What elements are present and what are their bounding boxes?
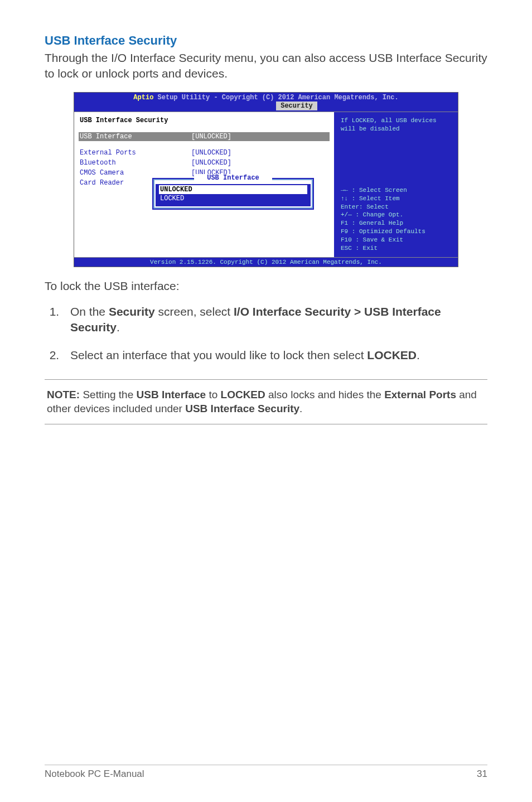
bios-popup-title: USB Interface <box>194 174 272 182</box>
bios-screenshot: Aptio Setup Utility - Copyright (C) 2012… <box>74 92 458 267</box>
steps-list: On the Security screen, select I/O Inter… <box>45 304 487 364</box>
bios-left-title: USB Interface Security <box>80 117 328 124</box>
step-item: On the Security screen, select I/O Inter… <box>62 304 487 336</box>
note-bold: External Ports <box>384 389 456 400</box>
note-label: NOTE: <box>47 389 80 400</box>
bios-item-label: External Ports <box>80 149 191 157</box>
bios-item-label: Bluetooth <box>80 159 191 167</box>
bios-help-line: →← : Select Screen <box>341 186 452 195</box>
bios-right-hint: If LOCKED, all USB devices will be disab… <box>341 117 452 133</box>
bios-tab-security[interactable]: Security <box>276 102 317 110</box>
bios-item-value: [UNLOCKED] <box>191 159 231 167</box>
step-text: . <box>117 321 120 334</box>
footer-page-number: 31 <box>477 769 487 780</box>
bios-item-label: CMOS Camera <box>80 169 191 177</box>
bios-row[interactable]: Bluetooth [UNLOCKED] <box>80 159 328 167</box>
bios-row[interactable]: External Ports [UNLOCKED] <box>80 149 328 157</box>
bios-help-line: F10 : Save & Exit <box>341 236 452 244</box>
bios-popup: USB Interface UNLOCKED LOCKED <box>152 178 314 210</box>
bios-tabbar: Security <box>74 102 458 112</box>
bios-right-panel: If LOCKED, all USB devices will be disab… <box>335 112 458 257</box>
step-text: . <box>417 349 420 361</box>
note-bold: LOCKED <box>221 389 265 400</box>
step-bold: LOCKED <box>367 349 417 361</box>
step-text: On the <box>70 305 109 318</box>
bios-header: Aptio Setup Utility - Copyright (C) 2012… <box>74 93 458 112</box>
bios-footer: Version 2.15.1226. Copyright (C) 2012 Am… <box>74 257 458 267</box>
bios-popup-body: UNLOCKED LOCKED <box>156 184 311 206</box>
note-text: . <box>299 403 302 414</box>
step-text: screen, select <box>155 305 234 318</box>
bios-popup-option-unlocked[interactable]: UNLOCKED <box>159 185 307 194</box>
bios-help-line: Enter: Select <box>341 203 452 211</box>
step-text: Select an interface that you would like … <box>70 349 367 361</box>
bios-item-value: [UNLOCKED] <box>191 149 231 157</box>
bios-help-line: F1 : General Help <box>341 219 452 228</box>
bios-help-block: →← : Select Screen ↑↓ : Select Item Ente… <box>341 186 452 253</box>
bios-help-line: ↑↓ : Select Item <box>341 195 452 203</box>
bios-left-panel: USB Interface Security USB Interface [UN… <box>74 112 335 257</box>
footer-left: Notebook PC E-Manual <box>45 769 144 780</box>
instruction-lead: To lock the USB interface: <box>45 279 487 293</box>
bios-header-rest: Setup Utility - Copyright (C) 2012 Ameri… <box>158 94 399 102</box>
bios-header-brand: Aptio <box>133 94 157 102</box>
note-box: NOTE: Setting the USB Interface to LOCKE… <box>45 379 487 424</box>
bios-row[interactable]: USB Interface [UNLOCKED] <box>79 132 330 141</box>
bios-item-value: [UNLOCKED] <box>191 133 231 141</box>
page-footer: Notebook PC E-Manual 31 <box>45 765 487 780</box>
bios-help-line: +/— : Change Opt. <box>341 211 452 219</box>
note-text: to <box>206 389 220 400</box>
note-text: Setting the <box>80 389 136 400</box>
note-bold: USB Interface <box>137 389 206 400</box>
step-item: Select an interface that you would like … <box>62 347 487 363</box>
section-heading: USB Interface Security <box>45 33 487 48</box>
step-bold: Security <box>109 305 155 318</box>
note-text: also locks and hides the <box>265 389 384 400</box>
bios-item-label: USB Interface <box>80 133 191 141</box>
section-intro: Through the I/O Interface Security menu,… <box>45 50 487 82</box>
bios-main: USB Interface Security USB Interface [UN… <box>74 112 458 257</box>
bios-help-line: ESC : Exit <box>341 244 452 253</box>
note-bold: USB Interface Security <box>185 403 299 414</box>
bios-help-line: F9 : Optimized Defaults <box>341 228 452 236</box>
bios-popup-option-locked[interactable]: LOCKED <box>159 194 307 203</box>
